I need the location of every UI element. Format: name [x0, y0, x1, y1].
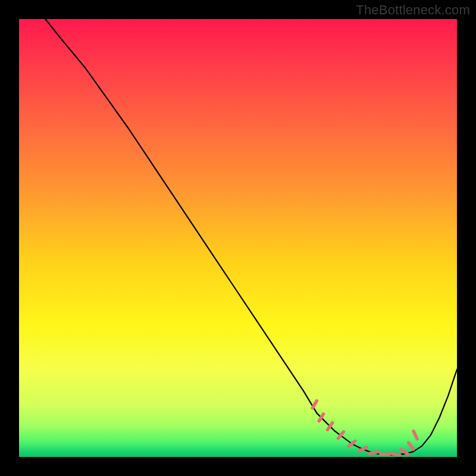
gradient-background: [19, 19, 457, 457]
chart-svg: [19, 19, 457, 457]
watermark-text: TheBottleneck.com: [356, 2, 470, 18]
optimal-tick: [392, 453, 400, 455]
chart-frame: TheBottleneck.com: [0, 0, 476, 476]
chart-plot-area: [19, 19, 457, 457]
optimal-tick: [369, 452, 378, 453]
